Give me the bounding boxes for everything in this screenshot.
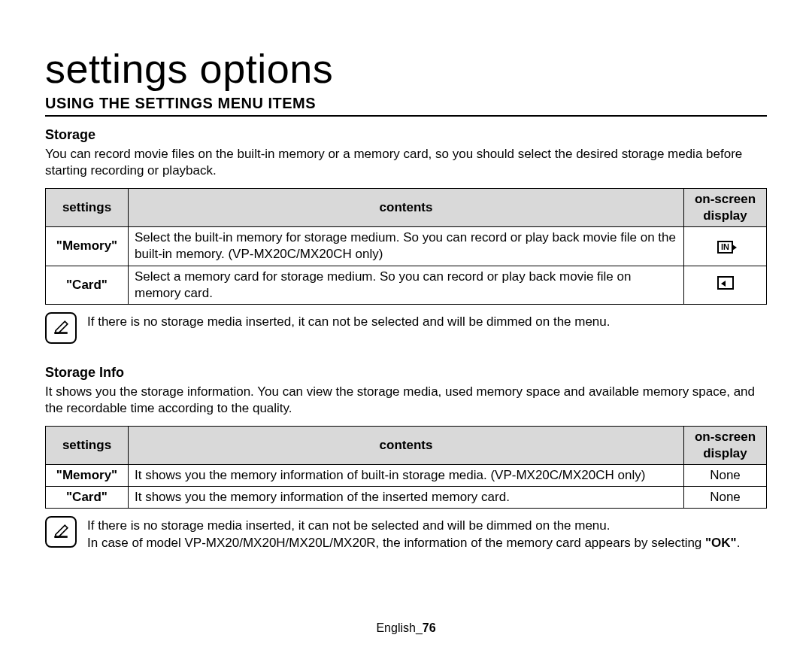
internal-memory-icon: IN (717, 241, 733, 254)
display-card: None (684, 487, 767, 509)
display-card-icon (684, 266, 767, 304)
content-memory: It shows you the memory information of b… (129, 465, 684, 487)
storage-table: settings contents on-screen display "Mem… (45, 188, 767, 305)
storageinfo-intro: It shows you the storage information. Yo… (45, 384, 767, 417)
page-title: settings options (45, 45, 767, 92)
page-footer: English_76 (0, 621, 812, 635)
col-contents: contents (129, 426, 684, 464)
table-row: "Memory" Select the built-in memory for … (46, 227, 767, 266)
note-icon (45, 312, 77, 344)
col-display: on-screen display (684, 426, 767, 464)
footer-language: English (376, 621, 415, 634)
manual-page: settings options USING THE SETTINGS MENU… (0, 0, 812, 552)
content-card: Select a memory card for storage medium.… (129, 266, 684, 304)
content-card: It shows you the memory information of t… (129, 487, 684, 509)
display-memory-icon: IN (684, 227, 767, 266)
table-row: "Memory" It shows you the memory informa… (46, 465, 767, 487)
setting-memory: "Memory" (46, 465, 129, 487)
table-row: "Card" Select a memory card for storage … (46, 266, 767, 304)
note-ok: "OK" (705, 536, 737, 550)
footer-sep: _ (416, 621, 423, 634)
note-line2a: In case of model VP-MX20/MX20H/MX20L/MX2… (87, 536, 705, 550)
pencil-note-icon (50, 317, 71, 339)
storageinfo-note-text: If there is no storage media inserted, i… (87, 516, 740, 552)
table-row: "Card" It shows you the memory informati… (46, 487, 767, 509)
storage-heading: Storage (45, 127, 767, 143)
footer-page-number: 76 (423, 621, 436, 634)
col-settings: settings (46, 189, 129, 227)
note-line2b: . (737, 536, 741, 550)
section-heading: USING THE SETTINGS MENU ITEMS (45, 95, 767, 117)
svg-marker-3 (56, 526, 68, 538)
storageinfo-note: If there is no storage media inserted, i… (45, 516, 767, 552)
col-display: on-screen display (684, 189, 767, 227)
storageinfo-table: settings contents on-screen display "Mem… (45, 426, 767, 509)
storageinfo-heading: Storage Info (45, 365, 767, 381)
memory-card-icon (717, 276, 734, 290)
col-contents: contents (129, 189, 684, 227)
setting-memory: "Memory" (46, 227, 129, 266)
storage-note-text: If there is no storage media inserted, i… (87, 312, 611, 331)
col-settings: settings (46, 426, 129, 464)
storage-intro: You can record movie files on the built-… (45, 146, 767, 179)
storage-note: If there is no storage media inserted, i… (45, 312, 767, 344)
content-memory: Select the built-in memory for storage m… (129, 227, 684, 266)
pencil-note-icon (50, 521, 71, 542)
display-memory: None (684, 465, 767, 487)
note-icon (45, 516, 77, 548)
setting-card: "Card" (46, 266, 129, 304)
setting-card: "Card" (46, 487, 129, 509)
svg-marker-1 (56, 321, 68, 333)
note-line1: If there is no storage media inserted, i… (87, 518, 611, 533)
